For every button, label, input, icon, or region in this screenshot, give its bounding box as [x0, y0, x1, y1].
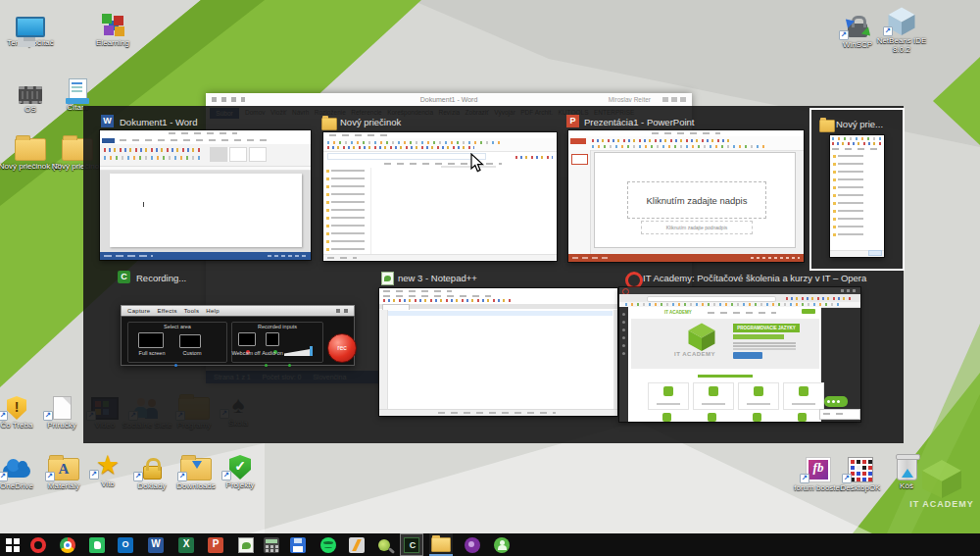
slide-subtitle-placeholder: Kliknutím zadajte podnadpis: [641, 221, 753, 234]
taskbar-notepadpp[interactable]: [234, 533, 258, 556]
nav-tree-lines: [838, 155, 863, 239]
camtasia-titlebar[interactable]: CaptureEffectsToolsHelp: [121, 305, 355, 316]
hero-banner: PROGRAMOVACIE JAZYKY: [733, 324, 800, 332]
full-screen-label[interactable]: Full screen: [130, 350, 173, 356]
word-user-name: Miroslav Reiter: [609, 96, 651, 103]
section-heading-bar: [698, 375, 753, 378]
switcher-thumb-opera[interactable]: IT ACADEMY IT ACADEMY PROGRAMOVACIE JAZY…: [619, 287, 860, 422]
chip-icon: [19, 86, 42, 104]
notepadpp-app-icon: [381, 272, 394, 285]
address-bar-mini: [327, 153, 486, 160]
recorded-inputs-group: Recorded inputs Webcam off Audio on: [231, 322, 323, 363]
desktop-icon-tento-pocitac[interactable]: Tento počítač: [0, 6, 63, 47]
desktop-icon-elearning[interactable]: Elearning: [80, 6, 145, 47]
start-button[interactable]: [1, 533, 24, 556]
window-controls[interactable]: [336, 309, 350, 313]
evernote-icon: [89, 537, 105, 553]
switcher-thumb-word[interactable]: [100, 130, 311, 260]
view-icons: [515, 156, 553, 159]
taskbar-outlook[interactable]: [114, 533, 137, 556]
hero-section: IT ACADEMY PROGRAMOVACIE JAZYKY: [631, 319, 819, 369]
camtasia-recorder-window[interactable]: CaptureEffectsToolsHelp Select area Full…: [121, 305, 355, 366]
desktop-icon-projekty[interactable]: Projekty: [208, 448, 272, 489]
window-controls[interactable]: [662, 97, 688, 102]
word-icon: [148, 537, 164, 553]
shortcut-arrow-icon: [221, 471, 231, 480]
folder-app-icon: [819, 120, 835, 132]
statusbar-mini: [323, 254, 557, 261]
desktop-icon-netbeans[interactable]: NetBeans IDE 8.0.2: [869, 4, 934, 54]
doc-page: [110, 174, 302, 247]
outlook-icon: [118, 537, 133, 553]
style-gallery: [249, 147, 267, 162]
taskbar-chrome[interactable]: [56, 533, 79, 556]
webcam-icon[interactable]: [238, 332, 256, 346]
course-card[interactable]: [648, 382, 689, 410]
menu-effects[interactable]: Effects: [157, 308, 176, 314]
desktop-icon-kos[interactable]: Kôš: [874, 449, 939, 490]
bookmark-icons: [625, 303, 841, 306]
menu-help[interactable]: Help: [206, 308, 220, 314]
audio-icon[interactable]: [266, 332, 279, 346]
warning-shield-icon: [7, 396, 26, 420]
style-gallery: [229, 147, 247, 162]
switcher-thumb-powerpoint[interactable]: Kliknutím zadajte nadpis Kliknutím zadaj…: [568, 130, 804, 262]
taskbar-word[interactable]: [144, 533, 168, 556]
spotify-icon: [320, 537, 336, 553]
opera-icon: [30, 537, 46, 553]
taskbar-search-tool[interactable]: [372, 533, 396, 556]
menu-capture[interactable]: Capture: [127, 308, 150, 314]
switcher-selected-item[interactable]: Nový prie...: [809, 108, 905, 271]
taskbar-excel[interactable]: [174, 533, 198, 556]
thumb-titlebar: [383, 290, 452, 292]
custom-area-icon[interactable]: [179, 334, 201, 348]
hero-brand-text: IT ACADEMY: [674, 351, 715, 357]
extension-icons: [786, 297, 851, 300]
watermark-label: IT ACADEMY: [898, 499, 980, 509]
scrollbar[interactable]: [613, 310, 617, 410]
taskbar-evernote[interactable]: [85, 533, 109, 556]
taskbar-floppy-app[interactable]: [286, 533, 310, 556]
ribbon-icons: [104, 148, 202, 152]
column-headers: [384, 163, 502, 165]
switcher-thumb-explorer-small[interactable]: [830, 135, 884, 257]
person-icon: [494, 537, 510, 553]
switcher-thumb-notepadpp[interactable]: [379, 288, 617, 416]
camtasia-menubar[interactable]: CaptureEffectsToolsHelp: [127, 308, 226, 314]
taskbar-powerpoint[interactable]: [204, 533, 227, 556]
taskbar-media-app[interactable]: [461, 533, 484, 556]
folder-icon: [15, 138, 46, 161]
mouse-cursor: [470, 153, 484, 177]
ribbon-icons: [592, 145, 768, 148]
switcher-item-explorer-title: Nový priečinok: [340, 117, 401, 127]
taskbar-spotify[interactable]: [317, 533, 340, 556]
taskbar-explorer-active[interactable]: [429, 533, 453, 556]
it-academy-cube-icon: [686, 322, 717, 351]
switcher-thumb-explorer[interactable]: [323, 132, 557, 261]
tab-bar: [379, 304, 617, 309]
empty-folder-hint: [441, 166, 496, 168]
course-card[interactable]: [783, 382, 824, 410]
shortcut-arrow-icon: [883, 26, 893, 36]
hero-button[interactable]: [733, 352, 762, 359]
shortcut-arrow-icon: [45, 472, 55, 481]
slider-knob[interactable]: [310, 346, 313, 356]
taskbar-opera[interactable]: [26, 533, 50, 556]
taskbar-winamp[interactable]: [345, 533, 368, 556]
record-button[interactable]: rec: [327, 333, 357, 363]
custom-label[interactable]: Custom: [175, 350, 209, 356]
statusbar-views: [751, 257, 800, 259]
course-card[interactable]: [738, 382, 779, 410]
taskbar-calculator[interactable]: [260, 533, 283, 556]
taskbar-camtasia-active[interactable]: [400, 533, 423, 556]
course-card[interactable]: [693, 382, 734, 410]
menu-tools[interactable]: Tools: [184, 308, 200, 314]
audio-label[interactable]: Audio on: [258, 350, 287, 356]
taskbar-webcam-app[interactable]: [490, 533, 514, 556]
full-screen-icon[interactable]: [138, 332, 164, 348]
word-titlebar[interactable]: Dokument1 - Word Miroslav Reiter: [206, 93, 692, 106]
explorer-folder-icon: [431, 537, 451, 552]
select-area-group: Select area Full screen Custom: [127, 322, 227, 363]
switcher-item-powerpoint-title: Prezentácia1 - PowerPoint: [584, 117, 694, 127]
current-line-highlight: [388, 311, 612, 316]
